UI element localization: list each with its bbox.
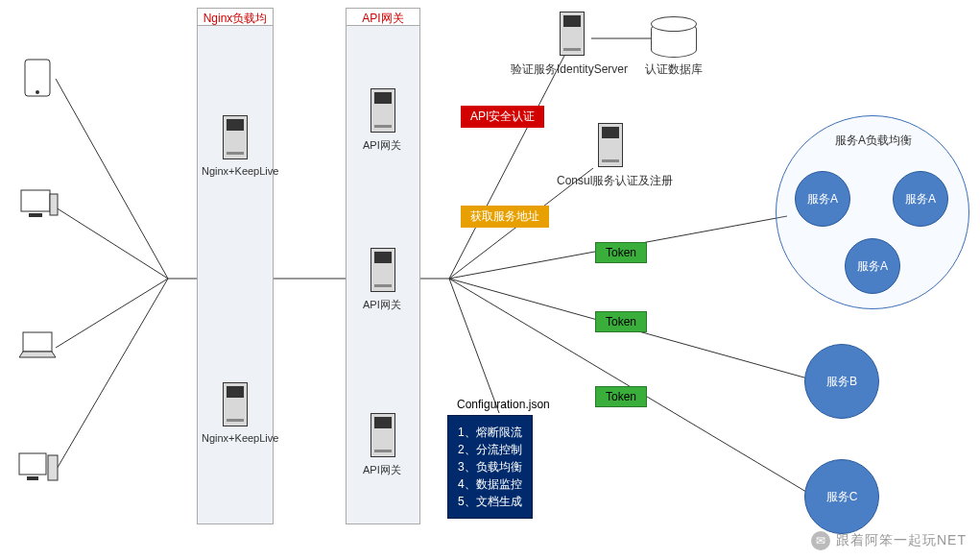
column-body-nginx [197,25,274,524]
database-auth [651,21,695,60]
service-a-node-2: 服务A [893,171,948,227]
watermark: ✉ 跟着阿笨一起玩NET [811,531,967,550]
wechat-icon: ✉ [811,531,830,550]
service-node-label: 服务C [826,489,858,505]
server-api-3-label: API网关 [363,463,401,477]
svg-rect-20 [23,332,52,352]
badge-token-1: Token [595,242,647,263]
svg-rect-19 [50,194,58,215]
service-node-label: 服务A [857,258,888,275]
service-a-group-title: 服务A负载均衡 [835,133,912,149]
service-b-node: 服务B [804,344,879,419]
server-identity [555,12,589,60]
diagram-canvas: Nginx负载均衡 Nginx+KeepLive Nginx+KeepLive … [0,0,980,560]
badge-get-address: 获取服务地址 [461,206,549,228]
service-c-node: 服务C [804,459,879,534]
config-body: 1、熔断限流 2、分流控制 3、负载均衡 4、数据监控 5、文档生成 [447,415,533,519]
consul-label: Consul服务认证及注册 [557,173,673,189]
badge-api-secure: API安全认证 [461,106,544,128]
server-api-1-label: API网关 [363,138,401,153]
config-title: Configuration.json [457,398,550,411]
client-desktop [15,184,60,229]
svg-line-2 [56,279,168,348]
svg-marker-21 [19,352,56,357]
client-tablet [15,56,60,100]
svg-line-1 [56,207,168,279]
server-nginx-2 [218,382,252,430]
database-auth-label: 认证数据库 [645,61,703,78]
service-a-node-3: 服务A [845,238,900,294]
svg-rect-18 [29,213,42,217]
client-laptop [15,325,60,369]
server-api-2-label: API网关 [363,298,401,312]
svg-rect-24 [48,455,58,480]
svg-point-16 [36,90,39,94]
svg-rect-22 [19,453,46,475]
service-a-node-1: 服务A [795,171,850,227]
watermark-text: 跟着阿笨一起玩NET [836,532,967,549]
service-node-label: 服务B [826,374,857,390]
svg-line-8 [449,56,564,279]
badge-token-3: Token [595,386,647,407]
identity-label: 验证服务IdentityServer [511,61,628,78]
server-consul [593,123,628,171]
svg-line-14 [449,279,499,413]
server-api-3 [366,413,400,461]
svg-rect-17 [21,190,50,211]
service-node-label: 服务A [807,191,838,207]
svg-line-0 [56,79,168,279]
server-nginx-1-label: Nginx+KeepLive [202,165,278,177]
badge-token-2: Token [595,311,647,332]
service-node-label: 服务A [905,191,936,207]
server-nginx-1 [218,115,252,163]
client-pc [15,448,60,492]
svg-rect-23 [27,476,38,480]
server-nginx-2-label: Nginx+KeepLive [202,432,278,444]
server-api-2 [366,248,400,296]
column-header-label: API网关 [362,12,403,25]
server-api-1 [366,88,400,136]
svg-line-3 [56,279,168,471]
